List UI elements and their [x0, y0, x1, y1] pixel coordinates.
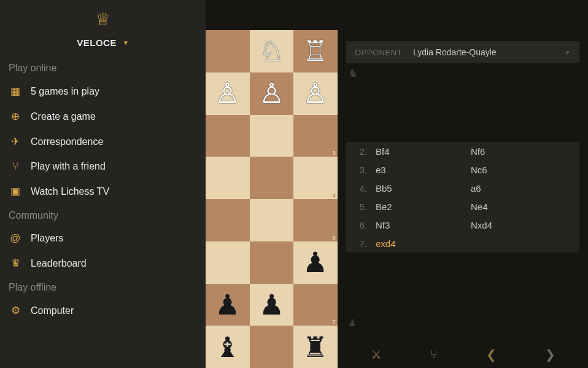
section-community: Community [0, 204, 206, 226]
chevron-down-icon: ▼ [565, 49, 571, 56]
move-black[interactable]: a6 [471, 183, 481, 194]
black-bishop-icon[interactable]: ♝ [215, 331, 240, 364]
crown-icon: ♕ [95, 10, 110, 29]
black-rook-icon[interactable]: ♜ [303, 331, 328, 364]
menu-label: Watch Lichess TV [31, 186, 109, 197]
white-knight-icon[interactable]: ♘ [259, 34, 284, 68]
trophy-icon: ♛ [9, 257, 22, 270]
menu-label: Leaderboard [31, 258, 87, 269]
white-rook-icon[interactable]: ♖ [303, 34, 328, 68]
menu-label: Create a game [31, 111, 96, 122]
opponent-selector[interactable]: OPPONENT Lydia Rodarte-Quayle ▼ [346, 41, 579, 63]
menu-label: Play with a friend [31, 161, 106, 172]
move-black[interactable]: Ne4 [471, 202, 488, 212]
move-row: 7.exd4 [346, 234, 579, 253]
white-pawn-icon[interactable]: ♙ [259, 77, 284, 110]
black-pawn-icon[interactable]: ♟ [303, 246, 328, 279]
move-white[interactable]: Nf3 [376, 220, 471, 230]
user-name: VELOCE [77, 37, 117, 48]
move-row: 3.e3Nc6 [346, 160, 579, 179]
move-white[interactable]: Bf4 [376, 146, 471, 157]
menu-players[interactable]: @ Players [0, 226, 206, 251]
share-icon: ⑂ [9, 160, 22, 173]
move-row: 5.Be2Ne4 [346, 197, 579, 216]
tv-icon: ▣ [9, 185, 22, 198]
share-icon[interactable]: ⑂ [430, 348, 438, 362]
menu-correspondence[interactable]: ✈ Correspondence [0, 129, 206, 154]
user-selector[interactable]: VELOCE ▼ [0, 34, 206, 57]
prev-icon[interactable]: ❮ [486, 347, 497, 362]
black-pawn-icon[interactable]: ♟ [259, 288, 284, 321]
move-row: 6.Nf3Nxd4 [346, 216, 579, 234]
black-pawn-icon[interactable]: ♟ [215, 288, 240, 321]
at-icon: @ [9, 232, 22, 245]
swords-icon[interactable]: ⚔ [371, 347, 382, 362]
opponent-name: Lydia Rodarte-Quayle [413, 47, 497, 57]
next-icon[interactable]: ❯ [545, 347, 555, 362]
menu-watch-tv[interactable]: ▣ Watch Lichess TV [0, 179, 206, 204]
menu-games-in-play[interactable]: ▦ 5 games in play [0, 79, 206, 104]
move-white[interactable]: e3 [376, 165, 471, 175]
logo: ♕ [0, 6, 206, 34]
move-white[interactable]: Bb5 [376, 183, 471, 194]
bottom-toolbar: ⚔ ⑂ ❮ ❯ [346, 341, 579, 368]
knight-icon: ♞ [348, 67, 358, 79]
move-white-current[interactable]: exd4 [376, 238, 471, 249]
captured-top: ♞ [348, 66, 358, 80]
grid-icon: ▦ [9, 85, 22, 98]
move-black[interactable]: Nxd4 [471, 220, 492, 230]
captured-bottom: ♟ [348, 317, 357, 329]
menu-label: 5 games in play [31, 86, 99, 97]
menu-label: Correspondence [31, 136, 103, 147]
chess-board[interactable]: ♘ ♖ ♙ ♙ ♙ 3 4 5 ♟ ♟ ♟ 7 ♝ ♜ [206, 30, 338, 368]
menu-play-friend[interactable]: ⑂ Play with a friend [0, 154, 206, 179]
right-pane: OPPONENT Lydia Rodarte-Quayle ▼ ♞ ♟ 2.Bf… [346, 0, 588, 368]
pawn-icon: ♟ [348, 318, 357, 328]
gear-icon: ⚙ [9, 304, 22, 317]
move-black[interactable]: Nf6 [471, 146, 485, 157]
move-row: 2.Bf4Nf6 [346, 142, 579, 160]
sidebar: ♕ VELOCE ▼ Play online ▦ 5 games in play… [0, 0, 206, 368]
plane-icon: ✈ [9, 135, 22, 148]
opponent-label: OPPONENT [355, 48, 402, 57]
menu-create-game[interactable]: ⊕ Create a game [0, 104, 206, 129]
section-play-offline: Play offline [0, 276, 206, 298]
move-list: 2.Bf4Nf6 3.e3Nc6 4.Bb5a6 5.Be2Ne4 6.Nf3N… [346, 142, 579, 253]
white-pawn-icon[interactable]: ♙ [303, 77, 328, 110]
menu-label: Players [31, 233, 63, 244]
chevron-down-icon: ▼ [123, 39, 129, 46]
white-pawn-icon[interactable]: ♙ [215, 77, 240, 110]
move-black[interactable]: Nc6 [471, 165, 487, 175]
plus-icon: ⊕ [9, 110, 22, 123]
move-white[interactable]: Be2 [376, 202, 471, 212]
menu-label: Computer [31, 305, 74, 316]
move-row: 4.Bb5a6 [346, 179, 579, 197]
menu-computer[interactable]: ⚙ Computer [0, 298, 206, 323]
section-play-online: Play online [0, 57, 206, 79]
menu-leaderboard[interactable]: ♛ Leaderboard [0, 251, 206, 276]
